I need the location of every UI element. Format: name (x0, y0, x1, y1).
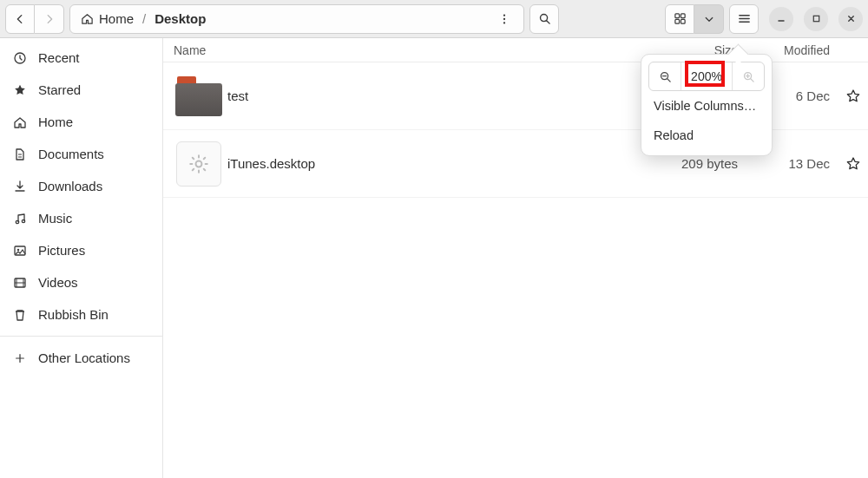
zoom-value: 200% (681, 62, 733, 90)
sidebar-item-home[interactable]: Home (0, 106, 162, 138)
visible-columns-item[interactable]: Visible Columns… (648, 91, 765, 121)
sidebar-item-label: Documents (38, 147, 104, 161)
home-icon (81, 12, 94, 25)
sidebar-item-label: Music (38, 211, 72, 226)
trash-icon (12, 308, 28, 322)
maximize-button[interactable] (804, 7, 828, 31)
search-icon (538, 12, 551, 25)
star-filled-icon (12, 83, 28, 97)
file-name: test (224, 88, 648, 103)
sidebar: Recent Starred Home Documents Downloads … (0, 38, 163, 478)
close-button[interactable] (838, 7, 863, 31)
window-controls (769, 7, 863, 31)
gear-icon (187, 153, 210, 175)
sidebar-separator (0, 336, 162, 337)
sidebar-item-documents[interactable]: Documents (0, 138, 162, 170)
star-toggle[interactable] (838, 88, 868, 104)
column-header-name[interactable]: Name (174, 43, 648, 57)
back-button[interactable] (5, 4, 35, 34)
headerbar: Home / Desktop (0, 0, 868, 38)
sidebar-item-trash[interactable]: Rubbish Bin (0, 298, 162, 331)
chevron-right-icon (43, 13, 56, 25)
path-separator: / (142, 11, 146, 26)
zoom-out-icon (659, 70, 672, 83)
sidebar-item-label: Rubbish Bin (38, 307, 108, 322)
svg-point-15 (196, 160, 202, 167)
svg-rect-4 (674, 14, 679, 18)
sidebar-item-label: Downloads (38, 179, 102, 193)
file-manager-window: Home / Desktop (0, 0, 868, 478)
view-options-popover: 200% Visible Columns… Reload (641, 54, 773, 156)
svg-point-11 (22, 219, 24, 222)
pictures-icon (12, 244, 28, 258)
folder-icon (174, 71, 224, 121)
sidebar-item-pictures[interactable]: Pictures (0, 234, 162, 266)
zoom-control: 200% (648, 62, 765, 91)
view-switcher (665, 4, 724, 34)
zoom-in-icon (742, 70, 755, 83)
path-current-label: Desktop (155, 11, 206, 26)
svg-point-0 (503, 14, 505, 16)
sidebar-item-downloads[interactable]: Downloads (0, 170, 162, 202)
plus-icon (12, 352, 28, 364)
music-icon (12, 212, 28, 226)
sidebar-item-label: Videos (38, 275, 78, 290)
chevron-down-icon (704, 14, 714, 24)
videos-icon (12, 276, 28, 290)
star-outline-icon (845, 156, 861, 172)
svg-rect-5 (681, 14, 685, 18)
file-modified: 13 Dec (752, 156, 838, 171)
home-icon (12, 115, 28, 129)
icon-view-button[interactable] (665, 4, 694, 34)
downloads-icon (12, 180, 28, 193)
zoom-out-button[interactable] (649, 62, 681, 90)
desktop-file-icon (174, 139, 224, 189)
close-icon (846, 14, 856, 23)
documents-icon (12, 147, 28, 161)
view-options-button[interactable] (694, 4, 724, 34)
maximize-icon (812, 14, 821, 23)
path-menu-button[interactable] (492, 4, 516, 34)
path-home-label: Home (99, 11, 134, 26)
sidebar-item-label: Pictures (38, 243, 85, 258)
sidebar-item-other-locations[interactable]: Other Locations (0, 342, 162, 374)
forward-button[interactable] (35, 4, 64, 34)
clock-icon (12, 51, 28, 65)
file-name: iTunes.desktop (224, 156, 648, 171)
sidebar-item-label: Starred (38, 82, 81, 97)
sidebar-item-recent[interactable]: Recent (0, 42, 162, 74)
svg-rect-8 (813, 16, 819, 21)
minimize-icon (776, 14, 786, 24)
svg-point-1 (503, 17, 505, 19)
sidebar-item-starred[interactable]: Starred (0, 74, 162, 106)
minimize-button[interactable] (769, 7, 793, 31)
kebab-icon (498, 13, 510, 25)
hamburger-menu-button[interactable] (729, 4, 759, 34)
sidebar-item-label: Other Locations (38, 350, 130, 365)
search-button[interactable] (529, 4, 559, 34)
path-home[interactable]: Home (77, 5, 137, 33)
zoom-in-button[interactable] (733, 62, 764, 90)
nav-group (5, 4, 64, 34)
grid-icon (674, 12, 687, 25)
sidebar-item-videos[interactable]: Videos (0, 266, 162, 298)
svg-point-13 (17, 248, 19, 250)
pathbar[interactable]: Home / Desktop (69, 4, 524, 34)
sidebar-item-label: Home (38, 115, 73, 129)
path-current[interactable]: Desktop (151, 5, 209, 33)
svg-rect-6 (674, 19, 679, 23)
sidebar-item-music[interactable]: Music (0, 202, 162, 234)
sidebar-item-label: Recent (38, 50, 80, 65)
hamburger-icon (738, 12, 751, 25)
reload-item[interactable]: Reload (648, 121, 765, 150)
svg-point-10 (16, 220, 18, 223)
star-toggle[interactable] (838, 156, 868, 172)
chevron-left-icon (14, 13, 26, 25)
file-size: 209 bytes (648, 156, 752, 171)
star-outline-icon (845, 88, 861, 104)
svg-rect-7 (681, 19, 685, 23)
svg-point-2 (503, 22, 505, 23)
